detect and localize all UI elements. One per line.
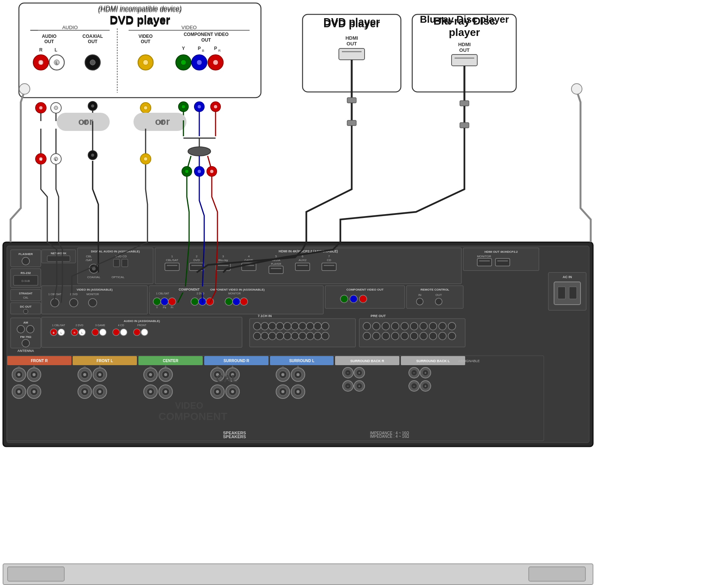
svg-text:P: P: [198, 46, 201, 51]
svg-text:COAXIAL: COAXIAL: [82, 34, 103, 39]
svg-rect-173: [269, 266, 283, 274]
svg-text:OUT: OUT: [436, 293, 442, 297]
svg-point-357: [216, 390, 219, 393]
svg-rect-52: [452, 54, 477, 66]
svg-text:OUT: OUT: [88, 39, 98, 44]
svg-text:R: R: [218, 49, 221, 53]
svg-point-98: [188, 147, 211, 156]
svg-point-378: [345, 383, 351, 389]
svg-point-315: [17, 373, 20, 376]
svg-rect-188: [495, 258, 510, 266]
svg-rect-140: [47, 256, 70, 261]
svg-rect-412: [8, 567, 64, 581]
svg-point-201: [153, 298, 161, 305]
svg-point-239: [79, 329, 85, 336]
svg-text:MONITOR: MONITOR: [228, 292, 241, 295]
svg-text:−: −: [347, 371, 349, 375]
svg-point-208: [191, 298, 199, 305]
svg-point-83: [51, 154, 61, 164]
svg-text:OPTICAL: OPTICAL: [112, 275, 125, 279]
svg-point-235: [58, 329, 65, 336]
svg-rect-183: [463, 248, 539, 271]
svg-point-376: [357, 370, 362, 375]
svg-text:R: R: [73, 331, 75, 334]
or-label-1: or: [83, 116, 93, 128]
svg-point-92: [144, 157, 147, 161]
svg-point-224: [416, 298, 423, 305]
svg-point-134: [26, 325, 34, 333]
svg-point-369: [281, 390, 284, 393]
svg-text:IN: IN: [418, 293, 421, 297]
svg-point-370: [291, 385, 305, 398]
svg-point-295: [439, 332, 446, 340]
svg-point-348: [164, 390, 167, 393]
svg-text:L: L: [56, 61, 58, 65]
svg-text:COMPONENT: COMPONENT: [158, 411, 227, 422]
svg-point-218: [350, 295, 357, 303]
svg-point-238: [71, 329, 78, 336]
svg-text:STRAIGHT: STRAIGHT: [19, 292, 33, 295]
svg-point-287: [363, 332, 371, 340]
svg-text:RS-232: RS-232: [20, 271, 31, 275]
svg-text:SURROUND BACK R: SURROUND BACK R: [350, 359, 384, 363]
svg-point-345: [149, 390, 152, 393]
svg-point-337: [144, 368, 157, 381]
svg-rect-187: [479, 260, 490, 261]
svg-text:FRONT R: FRONT R: [31, 359, 48, 363]
svg-text:+: +: [358, 371, 360, 375]
svg-rect-231: [42, 317, 242, 347]
svg-point-330: [98, 373, 101, 376]
svg-rect-182: [324, 265, 334, 266]
svg-point-296: [448, 332, 456, 340]
svg-text:VIDEO: VIDEO: [138, 34, 152, 39]
svg-rect-77: [133, 113, 186, 131]
svg-point-317: [30, 371, 38, 378]
svg-point-266: [253, 332, 261, 340]
svg-point-368: [279, 388, 287, 395]
svg-text:SURROUND R: SURROUND R: [224, 359, 250, 363]
svg-point-36: [192, 55, 207, 70]
svg-rect-190: [42, 286, 147, 314]
svg-text:SURROUND L: SURROUND L: [289, 359, 315, 363]
svg-point-103: [185, 170, 189, 173]
svg-rect-229: [558, 287, 565, 299]
svg-text:CBL/SAT: CBL/SAT: [166, 258, 179, 262]
svg-text:MONITOR: MONITOR: [87, 293, 99, 296]
svg-point-323: [30, 388, 38, 395]
svg-point-289: [382, 332, 390, 340]
svg-point-283: [420, 322, 427, 330]
svg-rect-304: [204, 356, 269, 365]
svg-text:2: 2: [196, 255, 198, 258]
svg-point-280: [391, 322, 399, 330]
svg-point-213: [233, 298, 240, 305]
svg-rect-186: [477, 258, 492, 266]
svg-rect-45: [339, 48, 365, 60]
svg-rect-215: [325, 286, 405, 308]
svg-point-290: [391, 332, 399, 340]
svg-text:+: +: [99, 364, 101, 369]
svg-point-386: [411, 370, 417, 375]
svg-text:−: −: [84, 364, 86, 369]
svg-text:6: 6: [302, 255, 304, 258]
svg-text:2 DVD: 2 DVD: [70, 293, 78, 296]
svg-text:DVD player: DVD player: [323, 18, 380, 30]
svg-point-314: [15, 371, 23, 378]
svg-point-31: [90, 60, 95, 65]
svg-text:AUDIO IN (ASSIGNABLE): AUDIO IN (ASSIGNABLE): [124, 319, 160, 323]
svg-rect-174: [271, 268, 281, 269]
svg-point-274: [314, 332, 321, 340]
svg-point-324: [33, 390, 36, 393]
svg-text:1 CBL/SAT: 1 CBL/SAT: [52, 324, 65, 327]
svg-text:OUT: OUT: [44, 39, 54, 44]
svg-point-102: [182, 166, 192, 176]
svg-point-24: [33, 55, 48, 70]
svg-text:CENTER: CENTER: [163, 359, 179, 363]
svg-text:DVD player: DVD player: [110, 13, 170, 26]
svg-rect-160: [189, 263, 204, 271]
svg-point-390: [411, 383, 417, 389]
svg-point-269: [276, 332, 284, 340]
svg-point-214: [240, 298, 248, 305]
svg-point-388: [423, 370, 428, 375]
svg-rect-118: [11, 250, 41, 267]
svg-text:OUT: OUT: [141, 39, 151, 44]
